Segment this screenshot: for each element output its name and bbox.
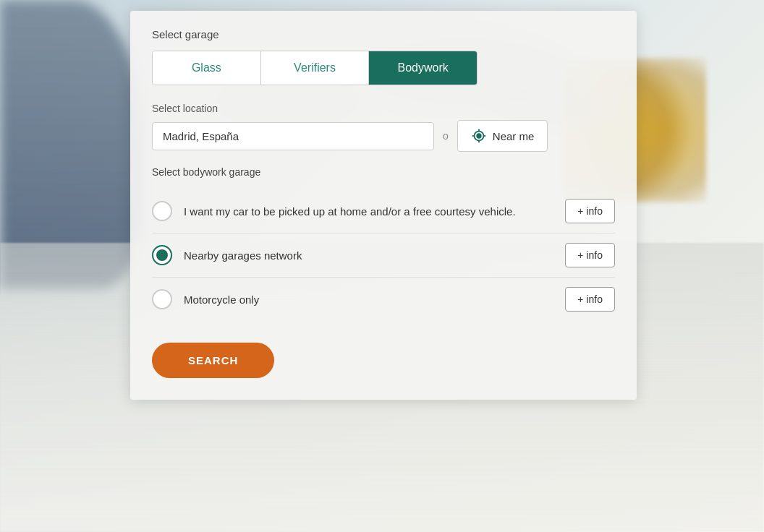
option-left-nearby: Nearby garages network: [152, 245, 302, 265]
near-me-label: Near me: [493, 130, 535, 142]
garage-section: Select bodywork garage I want my car to …: [152, 166, 615, 321]
option-row-pickup: I want my car to be picked up at home an…: [152, 189, 615, 233]
radio-pickup[interactable]: [152, 201, 172, 221]
garage-section-title: Select bodywork garage: [152, 166, 615, 178]
svg-point-0: [477, 134, 481, 138]
tab-verifiers[interactable]: Verifiers: [261, 51, 370, 85]
location-icon: [471, 128, 487, 144]
location-section: Select location o Near me: [152, 103, 615, 152]
page-title: Select garage: [152, 28, 615, 40]
option-left-motorcycle: Motorcycle only: [152, 289, 259, 309]
main-panel: Select garage Glass Verifiers Bodywork S…: [130, 11, 637, 400]
radio-nearby[interactable]: [152, 245, 172, 265]
near-me-button[interactable]: Near me: [457, 120, 548, 152]
info-button-motorcycle[interactable]: + info: [565, 287, 615, 312]
tab-bodywork[interactable]: Bodywork: [369, 51, 477, 85]
search-button[interactable]: SEARCH: [152, 343, 274, 378]
option-left-pickup: I want my car to be picked up at home an…: [152, 201, 516, 221]
separator: o: [443, 130, 449, 142]
option-label-motorcycle: Motorcycle only: [184, 292, 259, 307]
location-input[interactable]: [152, 122, 434, 150]
option-label-nearby: Nearby garages network: [184, 248, 302, 263]
info-button-pickup[interactable]: + info: [565, 199, 615, 223]
location-row: o Near me: [152, 120, 615, 152]
option-row-nearby: Nearby garages network + info: [152, 233, 615, 277]
option-row-motorcycle: Motorcycle only + info: [152, 278, 615, 321]
radio-motorcycle[interactable]: [152, 289, 172, 309]
tab-glass[interactable]: Glass: [153, 51, 261, 85]
option-label-pickup: I want my car to be picked up at home an…: [184, 204, 516, 219]
location-label: Select location: [152, 103, 615, 114]
info-button-nearby[interactable]: + info: [565, 243, 615, 267]
tab-group: Glass Verifiers Bodywork: [152, 51, 478, 85]
